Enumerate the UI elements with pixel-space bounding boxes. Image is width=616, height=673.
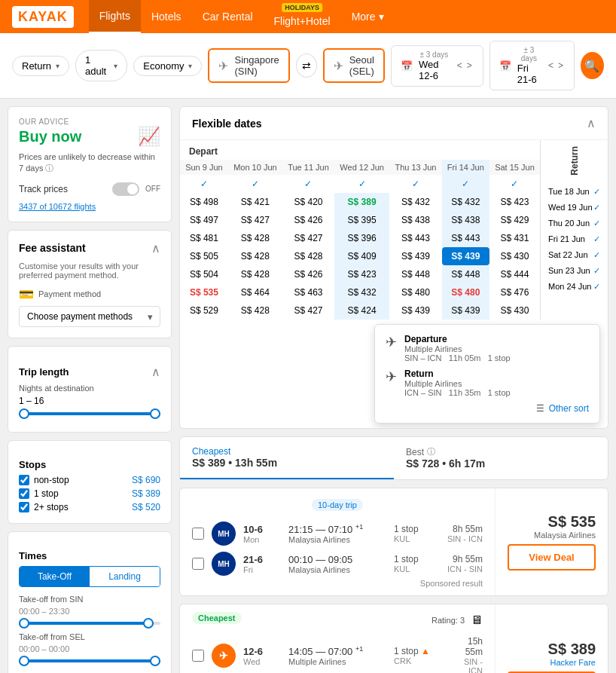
depart-date-selector[interactable]: 📅 ± 3 days Wed 12-6 < > [391, 45, 483, 87]
return-check-mon24[interactable]: ✓ [593, 282, 600, 292]
return-date-selector[interactable]: 📅 ± 3 days Fri 21-6 < > [489, 41, 575, 90]
cell-1-2[interactable]: S$ 426 [282, 211, 334, 229]
tab-landing[interactable]: Landing [90, 567, 160, 586]
cell-2-3[interactable]: S$ 396 [334, 229, 389, 247]
cell-6-2[interactable]: S$ 427 [282, 301, 334, 320]
tab-takeoff[interactable]: Take-Off [20, 567, 90, 586]
stop-nonstop-checkbox[interactable] [19, 475, 29, 485]
cell-0-5[interactable]: S$ 432 [442, 193, 489, 211]
check-fri[interactable]: ✓ [462, 179, 469, 189]
sel-slider-left[interactable] [19, 656, 29, 666]
sin-slider-left[interactable] [19, 618, 29, 629]
cell-6-4[interactable]: S$ 439 [389, 301, 442, 320]
depart-next-button[interactable]: > [465, 60, 474, 71]
cell-1-6[interactable]: S$ 429 [489, 211, 540, 229]
sort-cheapest[interactable]: Cheapest S$ 389 • 13h 55m [180, 437, 394, 479]
cell-3-3[interactable]: S$ 409 [334, 247, 389, 265]
collapse-icon[interactable]: ∧ [587, 116, 596, 130]
cell-5-4[interactable]: S$ 480 [389, 283, 442, 301]
check-mon[interactable]: ✓ [252, 179, 259, 189]
cell-4-6[interactable]: S$ 444 [489, 265, 540, 283]
check-tue[interactable]: ✓ [304, 179, 312, 189]
check-sat[interactable]: ✓ [511, 179, 518, 189]
cell-1-5[interactable]: S$ 438 [442, 211, 489, 229]
nav-car-rental[interactable]: Car Rental [192, 0, 264, 33]
return-check-wed19[interactable]: ✓ [593, 203, 600, 213]
cell-2-1[interactable]: S$ 428 [228, 229, 282, 247]
cell-4-5[interactable]: S$ 448 [442, 265, 489, 283]
info-icon[interactable]: ⓘ [45, 164, 53, 173]
cell-6-0[interactable]: S$ 529 [180, 301, 228, 320]
return-prev-button[interactable]: < [547, 60, 555, 71]
cell-5-3[interactable]: S$ 432 [334, 283, 389, 301]
cell-0-6[interactable]: S$ 423 [489, 193, 540, 211]
cell-4-0[interactable]: S$ 504 [180, 265, 228, 283]
cell-5-0[interactable]: S$ 535 [180, 283, 228, 301]
collapse-icon[interactable]: ∧ [151, 365, 160, 379]
nav-flight-hotel[interactable]: HOLIDAYS Flight+Hotel [264, 0, 341, 33]
cell-0-0[interactable]: S$ 498 [180, 193, 228, 211]
cell-2-2[interactable]: S$ 427 [282, 229, 334, 247]
cell-3-6[interactable]: S$ 430 [489, 247, 540, 265]
cell-5-6[interactable]: S$ 476 [489, 283, 540, 301]
cell-1-0[interactable]: S$ 497 [180, 211, 228, 229]
return-check-tue18[interactable]: ✓ [593, 187, 600, 197]
toggle-container[interactable]: OFF [112, 182, 160, 196]
return-checkbox[interactable] [192, 558, 204, 570]
nights-slider-left-thumb[interactable] [19, 408, 29, 419]
nav-flights[interactable]: Flights [89, 0, 141, 33]
return-check-sat22[interactable]: ✓ [593, 250, 600, 260]
cell-3-2[interactable]: S$ 428 [282, 247, 334, 265]
flights-count-link[interactable]: 3437 of 10672 flights [19, 202, 160, 211]
sel-slider-right[interactable] [150, 656, 160, 666]
cell-4-4[interactable]: S$ 448 [389, 265, 442, 283]
trip-type-selector[interactable]: Return ▾ [12, 56, 69, 76]
cell-1-3[interactable]: S$ 395 [334, 211, 389, 229]
return-check-sun23[interactable]: ✓ [593, 266, 600, 276]
outbound-checkbox[interactable] [192, 528, 204, 540]
cell-3-0[interactable]: S$ 505 [180, 247, 228, 265]
cell-3-1[interactable]: S$ 428 [228, 247, 282, 265]
cell-1-4[interactable]: S$ 438 [389, 211, 442, 229]
return-next-button[interactable]: > [557, 60, 565, 71]
cell-4-3[interactable]: S$ 423 [334, 265, 389, 283]
nights-slider-right-thumb[interactable] [150, 408, 160, 419]
view-deal-button-sponsored[interactable]: View Deal [508, 544, 596, 571]
stop-1stop-checkbox[interactable] [19, 488, 29, 499]
cell-4-2[interactable]: S$ 426 [282, 265, 334, 283]
origin-input[interactable]: ✈ Singapore (SIN) [208, 48, 289, 83]
track-toggle[interactable] [112, 182, 139, 196]
payment-method-select[interactable]: Choose payment methods [19, 306, 160, 327]
cell-0-1[interactable]: S$ 421 [228, 193, 282, 211]
cell-0-2[interactable]: S$ 420 [282, 193, 334, 211]
cell-2-6[interactable]: S$ 431 [489, 229, 540, 247]
cell-5-2[interactable]: S$ 463 [282, 283, 334, 301]
nav-more[interactable]: More ▾ [341, 0, 395, 33]
cell-6-3[interactable]: S$ 424 [334, 301, 389, 320]
swap-button[interactable]: ⇄ [296, 54, 317, 78]
check-wed[interactable]: ✓ [358, 179, 366, 189]
cell-5-5[interactable]: S$ 480 [442, 283, 489, 301]
cell-5-1[interactable]: S$ 464 [228, 283, 282, 301]
nav-hotels[interactable]: Hotels [141, 0, 192, 33]
passengers-selector[interactable]: 1 adult ▾ [75, 50, 127, 81]
destination-input[interactable]: ✈ Seoul (SEL) [323, 48, 385, 83]
check-sun[interactable]: ✓ [200, 179, 208, 189]
cell-2-0[interactable]: S$ 481 [180, 229, 228, 247]
sort-best[interactable]: Best ⓘ S$ 728 • 6h 17m [394, 437, 608, 479]
cabin-selector[interactable]: Economy ▾ [133, 56, 202, 76]
search-button[interactable]: 🔍 [581, 52, 604, 79]
logo[interactable]: KAYAK [12, 6, 74, 28]
cell-2-5[interactable]: S$ 443 [442, 229, 489, 247]
cheapest-outbound-checkbox[interactable] [192, 650, 204, 662]
cell-6-1[interactable]: S$ 428 [228, 301, 282, 320]
cell-6-6[interactable]: S$ 430 [489, 301, 540, 320]
check-thu[interactable]: ✓ [412, 179, 419, 189]
cell-6-5[interactable]: S$ 439 [442, 301, 489, 320]
stop-2plus-checkbox[interactable] [19, 502, 29, 512]
info-icon[interactable]: ⓘ [427, 446, 435, 457]
return-check-fri21[interactable]: ✓ [593, 234, 600, 244]
other-sort-label[interactable]: Other sort [549, 403, 589, 414]
cell-3-5[interactable]: S$ 439 [442, 247, 489, 265]
cell-1-1[interactable]: S$ 427 [228, 211, 282, 229]
